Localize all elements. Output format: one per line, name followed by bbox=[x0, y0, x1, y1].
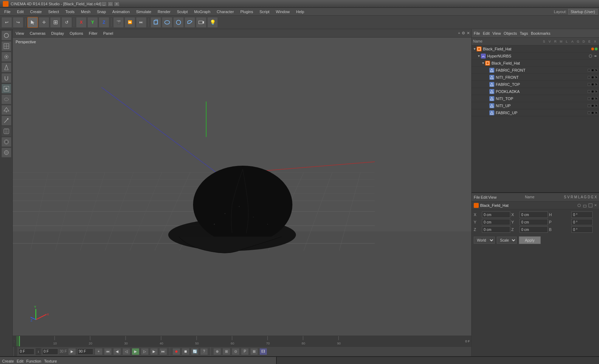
keyframe-button[interactable]: ⊕ bbox=[213, 348, 221, 355]
obj-row-niti-front[interactable]: ▶ NITI_FRONT bbox=[472, 74, 599, 81]
lasso-tool[interactable] bbox=[1, 94, 11, 104]
attr-menu-edit[interactable]: Edit bbox=[481, 195, 488, 199]
vp-menu-display[interactable]: Display bbox=[50, 31, 65, 36]
menu-help[interactable]: Help bbox=[293, 9, 307, 15]
step-back-button[interactable]: ◁ bbox=[122, 348, 130, 355]
keyframe-box-button[interactable]: ⊞ bbox=[222, 348, 230, 355]
obj-menu-edit[interactable]: Edit bbox=[483, 31, 490, 35]
redo-button[interactable]: ↪ bbox=[13, 17, 23, 28]
auto-key-button[interactable]: ⊙ bbox=[232, 348, 240, 355]
z-position-input[interactable] bbox=[482, 226, 510, 233]
render-all-button[interactable]: ⏭ bbox=[136, 17, 147, 28]
undo-button[interactable]: ↩ bbox=[1, 17, 12, 28]
menu-select[interactable]: Select bbox=[45, 9, 62, 15]
obj-row-fabric-up[interactable]: ▶ FABRIC_UP bbox=[472, 109, 599, 116]
attr-menu-view[interactable]: View bbox=[488, 195, 497, 199]
viewport-canvas[interactable]: Perspective X Y Z bbox=[13, 38, 471, 336]
selected-material-row[interactable]: Black_Field_Hat ✕ bbox=[472, 202, 599, 209]
current-frame-input[interactable] bbox=[18, 348, 34, 355]
menu-edit[interactable]: Edit bbox=[14, 9, 27, 15]
vp-settings[interactable]: ⚙ bbox=[462, 31, 465, 35]
obj-row-fabric-front[interactable]: ▶ FABRIC_FRONT bbox=[472, 67, 599, 74]
menu-render[interactable]: Render bbox=[155, 9, 173, 15]
mat-x-icon[interactable]: ✕ bbox=[594, 203, 597, 207]
extrude-tool[interactable] bbox=[1, 105, 11, 115]
timeline-track[interactable]: 0 10 20 30 40 50 60 70 bbox=[16, 336, 471, 346]
obj-menu-file[interactable]: File bbox=[474, 31, 480, 35]
timeline-ruler[interactable]: ⋮ 0 10 20 30 bbox=[13, 336, 471, 346]
nurbs-button[interactable] bbox=[162, 17, 172, 28]
menu-file[interactable]: File bbox=[1, 9, 13, 15]
record-button[interactable]: ⏺ bbox=[172, 348, 180, 355]
end-frame-input[interactable] bbox=[77, 348, 93, 355]
x-size-input[interactable] bbox=[520, 211, 548, 218]
magnet-tool[interactable] bbox=[1, 73, 11, 83]
obj-menu-objects[interactable]: Objects bbox=[504, 31, 517, 35]
vp-maximize[interactable]: + bbox=[458, 31, 460, 35]
obj-row-niti-top[interactable]: ▶ NITI_TOP bbox=[472, 95, 599, 102]
close-button[interactable]: × bbox=[114, 1, 120, 6]
minimize-button[interactable]: _ bbox=[101, 1, 107, 6]
x-axis-button[interactable]: X bbox=[76, 17, 87, 28]
knife-tool[interactable] bbox=[1, 62, 11, 72]
obj-row-fabric-top[interactable]: ▶ FABRIC_TOP bbox=[472, 81, 599, 88]
z-axis-button[interactable]: Z bbox=[99, 17, 109, 28]
vp-menu-view[interactable]: View bbox=[14, 31, 26, 36]
model-tool[interactable] bbox=[1, 31, 11, 40]
deformer-button[interactable] bbox=[185, 17, 195, 28]
coord-mode-select[interactable]: Scale Size bbox=[497, 237, 517, 244]
b-rotation-input[interactable] bbox=[571, 226, 593, 233]
mat-menu-create[interactable]: Create bbox=[2, 359, 14, 363]
fps-more[interactable]: + bbox=[95, 348, 103, 355]
attr-menu-file[interactable]: File bbox=[474, 195, 480, 199]
coord-space-select[interactable]: World Object bbox=[474, 237, 495, 244]
obj-menu-tags[interactable]: Tags bbox=[520, 31, 528, 35]
y-axis-button[interactable]: Y bbox=[87, 17, 98, 28]
step-forward-button[interactable]: ▷ bbox=[141, 348, 149, 355]
p-rotation-input[interactable] bbox=[571, 219, 593, 225]
layout-value[interactable]: Startup (User) bbox=[568, 9, 598, 15]
vp-menu-filter[interactable]: Filter bbox=[87, 31, 99, 36]
vp-menu-options[interactable]: Options bbox=[68, 31, 84, 36]
frame-range-input[interactable] bbox=[42, 348, 58, 355]
move-object-tool[interactable] bbox=[1, 84, 11, 94]
render-region-button[interactable]: 🎬 bbox=[113, 17, 124, 28]
obj-row-podkladka[interactable]: ▶ PODKLADKA bbox=[472, 88, 599, 95]
vp-close[interactable]: ✕ bbox=[467, 31, 470, 35]
mat-menu-edit[interactable]: Edit bbox=[17, 359, 23, 363]
apply-button[interactable]: Apply bbox=[519, 236, 541, 244]
rotate-tool-button[interactable]: ↺ bbox=[61, 17, 72, 28]
mat-menu-function[interactable]: Function bbox=[26, 359, 41, 363]
spline-button[interactable] bbox=[173, 17, 184, 28]
menu-script[interactable]: Script bbox=[257, 9, 272, 15]
fps-toggle[interactable]: ▶ bbox=[68, 348, 76, 355]
scale-tool-button[interactable]: ⊞ bbox=[50, 17, 61, 28]
paint-tool[interactable] bbox=[1, 52, 11, 62]
loop-button[interactable]: 🔄 bbox=[191, 348, 199, 355]
sculpt-draw-tool[interactable] bbox=[1, 126, 11, 136]
timeline-toggle-button[interactable]: 🎞 bbox=[259, 348, 267, 355]
obj-row-root[interactable]: ▼ Black_Field_Hat bbox=[472, 45, 599, 53]
play-forward-button[interactable]: ▶ bbox=[150, 348, 158, 355]
obj-row-hypernurbs[interactable]: ▼ HyperNURBS bbox=[472, 53, 599, 60]
y-position-input[interactable] bbox=[482, 219, 510, 225]
menu-character[interactable]: Character bbox=[214, 9, 237, 15]
play-button[interactable]: ▶ bbox=[132, 348, 139, 355]
menu-tools[interactable]: Tools bbox=[62, 9, 77, 15]
frame-step-input[interactable]: ↕ bbox=[36, 348, 41, 355]
obj-row-niti-up[interactable]: ▶ NITI_UP bbox=[472, 102, 599, 109]
stop-button[interactable]: ⏹ bbox=[182, 348, 189, 355]
cube-button[interactable] bbox=[150, 17, 161, 28]
menu-plugins[interactable]: Plugins bbox=[237, 9, 256, 15]
frame-jump-end[interactable]: ⏭ bbox=[159, 348, 167, 355]
sphere-primitive-tool[interactable] bbox=[1, 148, 11, 158]
mat-menu-texture[interactable]: Texture bbox=[44, 359, 57, 363]
menu-create[interactable]: Create bbox=[27, 9, 45, 15]
select-tool-button[interactable] bbox=[27, 17, 38, 28]
menu-mesh[interactable]: Mesh bbox=[78, 9, 93, 15]
menu-window[interactable]: Window bbox=[273, 9, 292, 15]
move-tool-button[interactable]: ✛ bbox=[39, 17, 49, 28]
maximize-button[interactable]: □ bbox=[108, 1, 113, 6]
light-button[interactable]: 💡 bbox=[207, 17, 218, 28]
vp-menu-cameras[interactable]: Cameras bbox=[28, 31, 47, 36]
